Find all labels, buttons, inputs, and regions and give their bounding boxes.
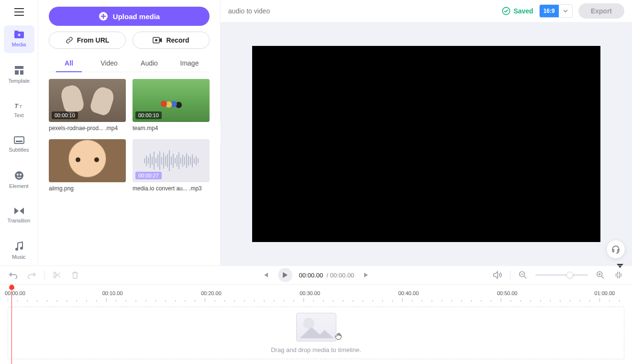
drop-placeholder-thumb xyxy=(296,313,336,342)
zoom-out-icon xyxy=(519,271,527,279)
nav-transition[interactable]: Transition xyxy=(4,202,34,229)
skip-forward-icon xyxy=(363,272,370,278)
nav-label: Text xyxy=(14,112,23,118)
prev-frame-button[interactable] xyxy=(260,269,271,281)
timeline-drop-zone[interactable]: Drag and drop media to timeline. xyxy=(8,307,624,359)
nav-text[interactable]: TT Text xyxy=(4,97,34,124)
nav-media[interactable]: Media xyxy=(4,25,34,53)
total-time: 00:00.00 xyxy=(330,272,355,279)
subtitles-icon xyxy=(14,136,24,144)
nav-label: Template xyxy=(8,78,30,84)
svg-rect-7 xyxy=(16,141,22,142)
video-canvas[interactable] xyxy=(252,46,600,242)
export-button[interactable]: Export xyxy=(578,3,624,19)
divider xyxy=(44,271,44,279)
duration-badge: 00:00:10 xyxy=(52,111,78,119)
tab-all[interactable]: All xyxy=(49,55,89,72)
from-url-button[interactable]: From URL xyxy=(49,32,126,49)
media-item[interactable]: aiimg.png xyxy=(49,139,126,192)
volume-icon xyxy=(493,271,502,279)
media-item[interactable]: 00:00:27 media.io convert au... .mp3 xyxy=(133,139,210,192)
next-frame-button[interactable] xyxy=(361,269,372,281)
skip-back-icon xyxy=(262,272,269,278)
duration-badge: 00:00:27 xyxy=(135,172,162,179)
menu-button[interactable] xyxy=(10,4,29,20)
from-url-label: From URL xyxy=(77,36,110,44)
svg-point-12 xyxy=(20,247,23,250)
ruler-label: 00:50.00 xyxy=(497,290,518,296)
ruler-label: 00:00.00 xyxy=(5,290,25,296)
svg-point-15 xyxy=(155,39,157,42)
drop-hint-text: Drag and drop media to timeline. xyxy=(271,346,361,353)
timeline-ruler[interactable]: 00:00.00 00:10.00 00:20.00 00:30.00 00:4… xyxy=(8,287,624,303)
controls-bar: 00:00.00 / 00:00.00 xyxy=(0,265,632,285)
template-icon xyxy=(14,66,24,75)
tab-audio[interactable]: Audio xyxy=(129,55,169,72)
nav-subtitles[interactable]: Subtitles xyxy=(4,132,34,158)
ruler-label: 00:30.00 xyxy=(299,290,320,296)
nav-label: Media xyxy=(12,42,26,47)
media-thumbnail: 00:00:10 xyxy=(133,79,210,122)
record-button[interactable]: Record xyxy=(133,32,210,49)
timeline: 00:00.00 00:10.00 00:20.00 00:30.00 00:4… xyxy=(0,285,632,364)
nav-music[interactable]: Music xyxy=(4,237,34,265)
media-thumbnail: 00:00:27 xyxy=(133,139,210,182)
zoom-out-button[interactable] xyxy=(517,269,529,281)
media-tabs: All Video Audio Image xyxy=(49,55,210,72)
nav-label: Transition xyxy=(8,218,31,223)
link-icon xyxy=(66,36,73,44)
volume-button[interactable] xyxy=(492,269,503,281)
upload-plus-icon xyxy=(99,11,108,21)
saved-status: Saved xyxy=(502,7,533,15)
grab-cursor-icon xyxy=(334,332,343,341)
aspect-ratio-select[interactable]: 16:9 xyxy=(539,4,573,18)
undo-icon xyxy=(9,271,18,279)
playhead[interactable] xyxy=(11,285,12,364)
support-button[interactable] xyxy=(606,240,625,259)
media-filename: media.io convert au... .mp3 xyxy=(133,185,210,192)
canvas-wrapper xyxy=(221,22,632,265)
ruler-ticks xyxy=(8,298,624,303)
zoom-slider[interactable] xyxy=(535,274,588,276)
tab-video[interactable]: Video xyxy=(89,55,129,72)
zoom-in-icon xyxy=(596,271,605,279)
saved-label: Saved xyxy=(513,7,533,15)
element-icon xyxy=(14,171,24,180)
redo-icon xyxy=(27,271,36,279)
project-title-input[interactable] xyxy=(228,7,496,15)
play-button[interactable] xyxy=(278,268,292,282)
collapse-icon xyxy=(615,271,622,279)
cut-button[interactable] xyxy=(51,269,63,281)
media-item[interactable]: 00:00:10 pexels-rodnae-prod... .mp4 xyxy=(49,79,126,132)
left-sidebar: Media Template TT Text Subtitles Element… xyxy=(0,0,38,265)
delete-button[interactable] xyxy=(69,269,81,281)
headset-icon xyxy=(611,244,621,254)
nav-label: Music xyxy=(12,254,26,260)
upload-media-button[interactable]: Upload media xyxy=(49,7,210,26)
media-thumbnail xyxy=(49,139,126,182)
svg-rect-1 xyxy=(15,66,23,69)
record-label: Record xyxy=(166,36,189,44)
zoom-in-button[interactable] xyxy=(595,269,606,281)
waveform-icon xyxy=(144,149,199,173)
ruler-label: 00:40.00 xyxy=(398,290,419,296)
transition-icon xyxy=(14,207,24,215)
divider xyxy=(510,271,510,279)
redo-button[interactable] xyxy=(26,269,37,281)
nav-template[interactable]: Template xyxy=(4,61,34,89)
svg-rect-2 xyxy=(15,70,19,75)
fit-screen-button[interactable] xyxy=(613,269,624,281)
zoom-knob[interactable] xyxy=(566,272,573,278)
svg-point-84 xyxy=(303,318,314,329)
svg-point-9 xyxy=(17,174,19,176)
undo-button[interactable] xyxy=(8,269,19,281)
tab-image[interactable]: Image xyxy=(169,55,210,72)
nav-element[interactable]: Element xyxy=(4,166,34,195)
aspect-ratio-value: 16:9 xyxy=(540,5,559,17)
svg-point-10 xyxy=(20,174,22,176)
media-item[interactable]: 00:00:10 team.mp4 xyxy=(133,79,210,132)
media-filename: aiimg.png xyxy=(49,185,126,192)
folder-plus-icon xyxy=(14,30,24,39)
scissors-icon xyxy=(53,271,61,279)
svg-rect-6 xyxy=(14,137,24,143)
